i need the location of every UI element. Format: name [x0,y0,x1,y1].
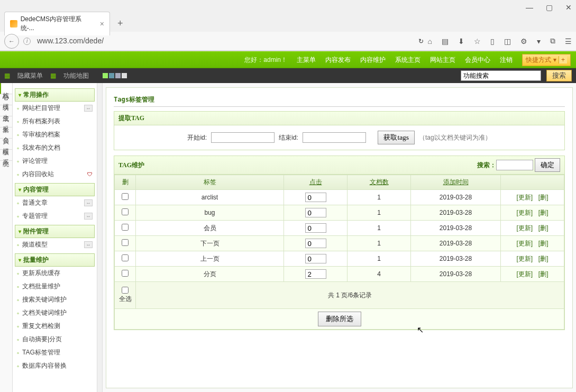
theme-chip-gray[interactable] [115,73,121,78]
windows-icon[interactable]: ◫ [504,37,511,45]
sidebar-item[interactable]: 频道模型↔ [15,238,95,251]
end-id-input[interactable] [303,132,366,143]
click-input[interactable] [305,269,326,279]
delete-link[interactable]: [删] [538,209,548,216]
url-input[interactable] [37,37,414,45]
sidebar-item[interactable]: 数据库内容替换 [15,359,95,372]
downloads-icon[interactable]: ⬇ [458,37,464,45]
delete-selected-button[interactable]: 删除所选 [318,312,361,326]
delete-link[interactable]: [删] [538,240,548,247]
update-link[interactable]: [更新] [516,255,533,262]
address-bar[interactable] [37,37,414,45]
sidebar-item[interactable]: 评论管理 [15,154,95,168]
start-id-input[interactable] [211,132,275,143]
bookmark-icon[interactable]: ☆ [474,37,481,45]
sidebar-item[interactable]: 搜索关键词维护 [15,293,95,306]
click-input[interactable] [305,223,326,233]
expand-icon[interactable]: ↔ [84,213,93,220]
side-tab-generate[interactable]: 生成 [0,105,12,116]
tab-close-icon[interactable]: × [100,20,104,28]
side-tab-template[interactable]: 模板 [0,139,12,150]
row-checkbox[interactable] [122,270,129,277]
select-all-checkbox[interactable] [122,287,129,294]
menu-icon[interactable]: ☰ [565,37,572,45]
theme-chip-light[interactable] [122,73,127,78]
fetch-tags-button[interactable]: 获取tags [378,131,414,144]
expand-icon[interactable]: ↔ [84,105,93,112]
hide-menu-link[interactable]: 隐藏菜单 [17,71,43,80]
nav-group-head[interactable]: 附件管理 [15,225,95,238]
tag-search-input[interactable] [496,160,533,170]
menu-system-home[interactable]: 系统主页 [395,56,420,65]
side-tab-collect[interactable]: 采集 [0,116,12,127]
nav-group-head[interactable]: 内容管理 [15,183,95,196]
row-checkbox[interactable] [122,254,129,261]
crop-icon[interactable]: ⧉ [550,37,555,45]
row-checkbox[interactable] [122,193,129,200]
click-input[interactable] [305,239,326,248]
row-checkbox[interactable] [122,239,129,246]
sidebar-item[interactable]: 文档批量维护 [15,280,95,293]
site-info-icon[interactable]: i [23,38,31,45]
theme-chip-blue[interactable] [109,73,114,78]
col-docs-sort[interactable]: 文档数 [370,178,389,186]
sidebar-item[interactable]: 等审核的档案 [15,128,95,141]
sidebar-item[interactable]: TAG标签管理 [15,346,95,359]
side-tab-core[interactable]: 核心 [0,83,12,94]
expand-icon[interactable]: ↔ [84,241,93,248]
sidebar-item[interactable]: 自动摘要|分页 [15,333,95,346]
click-input[interactable] [305,208,326,217]
quick-shortcut-button[interactable]: 快捷方式 ▾ + [522,54,571,66]
nav-group-head[interactable]: 批量维护 [15,253,95,267]
delete-link[interactable]: [删] [538,194,548,201]
delete-link[interactable]: [删] [538,270,548,278]
back-button[interactable]: ← [4,34,19,49]
quick-plus-button[interactable]: + [559,56,567,63]
extension-icon[interactable]: ⚙ [520,37,527,45]
side-tab-system[interactable]: 系统 [0,150,12,161]
new-tab-button[interactable]: + [117,18,123,29]
minimize-icon[interactable]: — [526,3,533,12]
click-input[interactable] [305,254,326,263]
sidebar-item[interactable]: 网站栏目管理↔ [15,102,95,115]
function-search-input[interactable] [461,71,541,80]
menu-maintain[interactable]: 内容维护 [360,56,386,65]
col-click-sort[interactable]: 点击 [309,178,322,186]
menu-member[interactable]: 会员中心 [465,56,490,65]
update-link[interactable]: [更新] [516,224,533,232]
sidebar-item[interactable]: 专题管理↔ [15,209,95,223]
maximize-icon[interactable]: ▢ [546,3,553,12]
expand-icon[interactable]: ↔ [84,199,93,206]
theme-chip-green[interactable] [103,73,108,78]
menu-logout[interactable]: 注销 [500,56,513,65]
sidebar-item[interactable]: 文档关键词维护 [15,306,95,320]
chevron-down-icon[interactable]: ▾ [537,37,541,45]
sidebar-item[interactable]: 内容回收站🛡 [15,168,95,181]
home-icon[interactable]: ⌂ [428,37,432,45]
sidebar-item[interactable]: 所有档案列表 [15,115,95,128]
delete-link[interactable]: [删] [538,255,548,262]
update-link[interactable]: [更新] [516,270,533,278]
menu-site-home[interactable]: 网站主页 [430,56,455,65]
update-link[interactable]: [更新] [516,194,533,201]
row-checkbox[interactable] [122,224,129,231]
row-checkbox[interactable] [122,208,129,215]
close-icon[interactable]: ✕ [565,3,572,12]
menu-publish[interactable]: 内容发布 [325,56,351,65]
sidebar-item[interactable]: 普通文章↔ [15,196,95,209]
sidebar-item[interactable]: 更新系统缓存 [15,267,95,280]
sitemap-link[interactable]: 功能地图 [63,71,89,80]
side-tab-member[interactable]: 会员 [0,127,12,139]
confirm-button[interactable]: 确定 [535,158,560,172]
delete-link[interactable]: [删] [538,224,548,232]
menu-main[interactable]: 主菜单 [297,56,316,65]
reader-icon[interactable]: ▤ [442,37,449,45]
click-input[interactable] [305,193,326,202]
update-link[interactable]: [更新] [516,240,533,247]
col-time-sort[interactable]: 添加时间 [443,178,469,186]
reload-icon[interactable]: ↻ [418,38,424,45]
browser-tab-active[interactable]: DedeCMS内容管理系统-... × [4,12,110,35]
sidebar-item[interactable]: 重复文档检测 [15,320,95,333]
side-tab-module[interactable]: 模块 [0,94,12,105]
sidebar-item[interactable]: 我发布的文档 [15,141,95,154]
